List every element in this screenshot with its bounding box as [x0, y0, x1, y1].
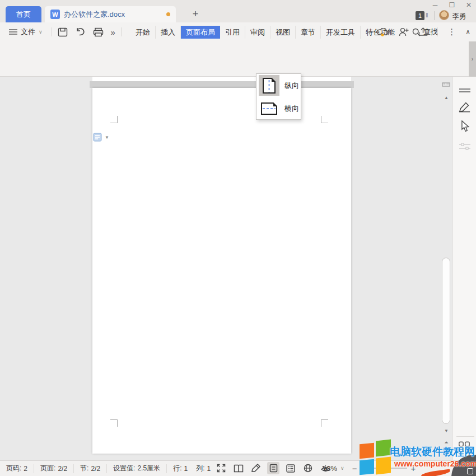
ribbon-tabs: 开始 插入 页面布局 引用 审阅 视图 章节 开发工具 特色功能 [130, 26, 400, 39]
user-avatar[interactable] [439, 10, 449, 20]
tab-insert[interactable]: 插入 [156, 26, 181, 39]
user-name[interactable]: 李勇 [452, 12, 466, 21]
web-layout-button[interactable] [302, 462, 314, 474]
print-icon[interactable] [93, 27, 104, 37]
fullscreen-view-button[interactable] [215, 462, 227, 474]
minimize-button[interactable]: ─ [431, 1, 439, 9]
page-view-button[interactable] [267, 462, 279, 474]
divider [456, 436, 474, 437]
divider [121, 27, 122, 36]
portrait-label: 纵向 [284, 81, 299, 91]
orientation-option-portrait[interactable]: 纵向 [256, 74, 301, 97]
multi-page-view-icon[interactable] [458, 441, 470, 453]
read-mode-button[interactable] [232, 462, 245, 474]
wps-writer-icon: W [50, 10, 60, 19]
stop-icon [467, 468, 473, 474]
status-setting-value: 设置值:2.5厘米 [107, 464, 167, 473]
chevron-down-icon: ▼ [105, 135, 109, 140]
unsaved-indicator-dot [166, 12, 170, 16]
cursor-select-icon[interactable] [459, 120, 471, 133]
maximize-button[interactable]: ☐ [448, 1, 456, 9]
ruler-toggle-icon[interactable] [442, 81, 450, 88]
status-line: 行:1 [167, 464, 190, 473]
tab-view[interactable]: 视图 [270, 26, 296, 39]
hamburger-icon [9, 29, 17, 35]
margin-corner-mark [321, 116, 328, 123]
select-browse-object-button[interactable]: ◻ [442, 451, 451, 455]
zoom-out-button[interactable]: − [352, 464, 357, 473]
undo-icon[interactable] [75, 27, 86, 37]
vertical-scrollbar-thumb[interactable] [442, 258, 450, 424]
chevron-down-icon[interactable]: ∨ [340, 465, 344, 471]
tab-start[interactable]: 开始 [130, 26, 156, 39]
add-user-icon[interactable] [399, 27, 409, 36]
file-menu-button[interactable]: 文件 ∨ [0, 27, 48, 37]
landscape-page-icon [259, 98, 279, 119]
zoom-slider[interactable] [360, 468, 407, 469]
cloud-sync-icon[interactable] [377, 28, 389, 36]
settings-sliders-icon[interactable] [459, 141, 471, 153]
page-gap [90, 81, 354, 88]
paper-orientation-dropdown: 纵向 横向 [256, 73, 301, 120]
margin-corner-mark [110, 116, 118, 123]
new-tab-button[interactable]: + [189, 8, 202, 20]
tab-references[interactable]: 引用 [220, 26, 245, 39]
paste-options-icon [92, 132, 102, 142]
window-controls: ─ ☐ ✕ [431, 0, 473, 10]
divider [434, 11, 435, 20]
margin-corner-mark [110, 419, 118, 427]
ribbon: 主题▾ 颜色▾ T 字体▾ 效果▾ 页边距▾ 上: 25.4 毫米 ▲▼ 下: … [0, 41, 476, 77]
portrait-page-icon [259, 75, 279, 96]
page-1-bottom-edge [92, 77, 351, 81]
document-canvas[interactable]: ▼ ▲ ▼ ⏶⏶ ◻ [0, 77, 476, 460]
file-menu-label: 文件 [21, 27, 35, 37]
tab-page-layout[interactable]: 页面布局 [181, 26, 220, 39]
margin-corner-mark [321, 419, 328, 427]
tab-section[interactable]: 章节 [296, 26, 321, 39]
badge-pipes-icon: ‖ [426, 12, 428, 18]
close-button[interactable]: ✕ [465, 1, 473, 9]
landscape-label: 横向 [284, 104, 299, 114]
paste-options-button[interactable]: ▼ [92, 132, 109, 142]
status-section: 节:2/2 [74, 464, 107, 473]
more-menu-icon[interactable]: ⋮ [447, 27, 456, 37]
zoom-in-button[interactable]: + [410, 464, 416, 473]
scroll-down-arrow[interactable]: ▼ [442, 428, 451, 433]
outline-view-button[interactable] [284, 462, 297, 474]
orientation-option-landscape[interactable]: 横向 [256, 97, 301, 120]
side-toolbar [452, 77, 476, 460]
document-tab-title: 办公软件之家.docx [64, 10, 162, 20]
document-tab[interactable]: W 办公软件之家.docx [45, 6, 176, 22]
divider [437, 27, 438, 36]
write-mode-button[interactable] [250, 462, 262, 474]
scroll-up-arrow[interactable]: ▲ [442, 95, 451, 100]
collapse-ribbon-icon[interactable]: ∧ [465, 28, 470, 36]
document-page[interactable]: ▼ [92, 88, 351, 454]
divider [52, 27, 52, 36]
tab-dev-tools[interactable]: 开发工具 [321, 26, 361, 39]
save-icon[interactable] [58, 27, 68, 37]
task-panel-icon[interactable] [459, 85, 471, 97]
home-tab[interactable]: 首页 [6, 6, 41, 22]
tab-review[interactable]: 审阅 [245, 26, 270, 39]
previous-page-button[interactable]: ⏶⏶ [442, 440, 451, 452]
notification-badge[interactable]: 1 [416, 11, 424, 20]
quick-access-more-icon[interactable]: » [111, 27, 115, 37]
status-page-number: 页码:2 [0, 464, 34, 473]
status-page-count: 页面:2/2 [34, 464, 74, 473]
title-bar: 首页 W 办公软件之家.docx + ─ ☐ ✕ 1 ‖ 李勇 [0, 0, 476, 22]
ribbon-expand-button[interactable]: › [469, 41, 476, 77]
pen-tool-icon[interactable] [459, 100, 471, 113]
status-column: 列:1 [190, 464, 217, 473]
share-icon[interactable] [418, 27, 428, 36]
zoom-level-value[interactable]: 58% [323, 464, 337, 473]
chevron-down-icon: ∨ [39, 29, 43, 35]
